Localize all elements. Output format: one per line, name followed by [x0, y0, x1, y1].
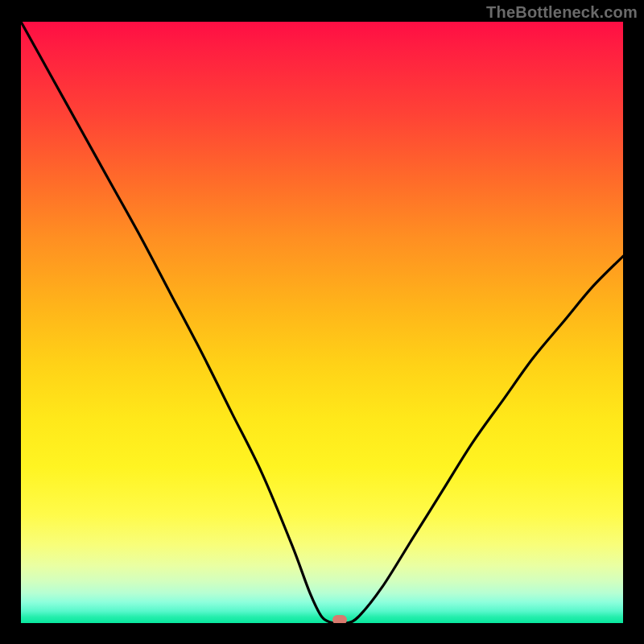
curve-path [21, 22, 623, 623]
attribution-text: TheBottleneck.com [486, 3, 638, 22]
chart-frame: TheBottleneck.com [0, 0, 644, 644]
optimum-marker [332, 615, 347, 623]
bottleneck-curve [21, 22, 623, 623]
plot-area [21, 22, 623, 623]
